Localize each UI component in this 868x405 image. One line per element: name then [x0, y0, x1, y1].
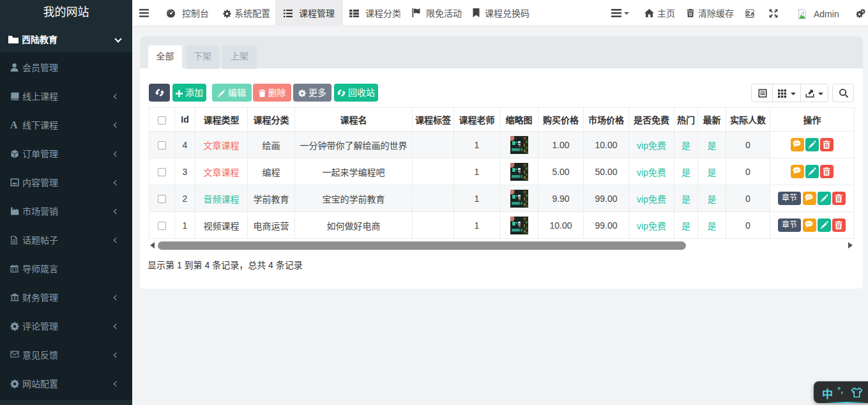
svg-text:文A: 文A	[745, 10, 754, 17]
